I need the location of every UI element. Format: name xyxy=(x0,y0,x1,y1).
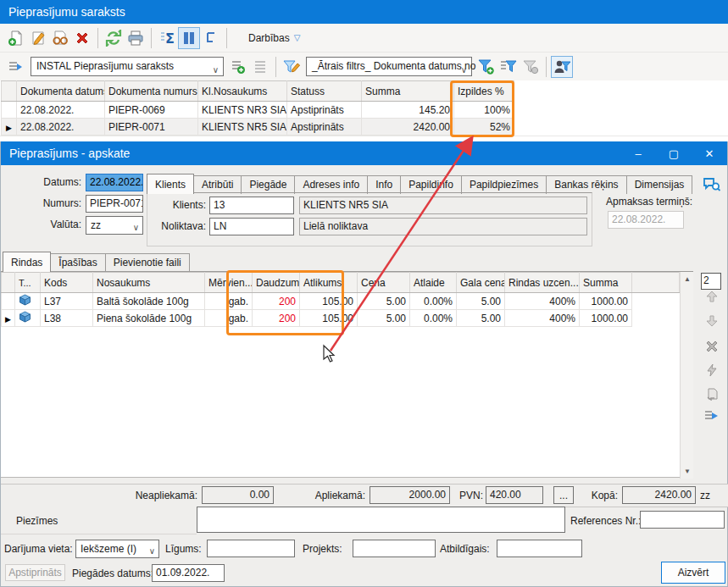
col-summa[interactable]: Summa xyxy=(362,81,454,102)
tab-rindas[interactable]: Rindas xyxy=(3,252,51,272)
neapliekama-field: 0.00 xyxy=(202,486,274,504)
filter-list-icon[interactable] xyxy=(497,56,520,78)
minimize-icon[interactable]: – xyxy=(620,141,656,165)
klients-name-field: KLIENTS NR5 SIA xyxy=(299,197,587,214)
ligums-label: Līgums: xyxy=(165,543,202,555)
tree-view-icon[interactable] xyxy=(200,27,222,49)
print-icon[interactable] xyxy=(125,27,147,49)
ligums-field[interactable] xyxy=(207,540,295,557)
references-field[interactable] xyxy=(640,511,725,529)
tab-adreses-info[interactable]: Adreses info xyxy=(294,175,368,194)
neapliekama-label: Neapliekamā: xyxy=(103,490,197,501)
quick-filter-select[interactable]: _Ātrais filtrs_ Dokumenta datums no ∨ xyxy=(306,57,472,76)
row-list-icon[interactable] xyxy=(703,407,721,425)
product-cube-icon xyxy=(15,293,41,310)
numurs-field[interactable]: PIEPR-0071 xyxy=(86,195,143,213)
col-nosaukums[interactable]: Nosaukums xyxy=(93,273,205,293)
scroll-up-icon[interactable]: ▲ xyxy=(681,272,694,286)
darijuma-vieta-select[interactable]: Iekšzeme (I) ∨ xyxy=(75,540,159,558)
col-cena[interactable]: Cena xyxy=(358,273,410,293)
tab-piegade[interactable]: Piegāde xyxy=(241,175,295,194)
toolbar-separator xyxy=(97,28,98,48)
col-mervien[interactable]: Mērvien... xyxy=(205,273,253,293)
actions-menu[interactable]: Darbības ▽ xyxy=(243,29,305,47)
list-view-select[interactable]: INSTAL Pieprasījumu saraksts ∨ xyxy=(31,57,224,76)
user-filter-icon[interactable] xyxy=(551,56,573,78)
toolbar-separator xyxy=(151,28,152,48)
list-window-titlebar: Pieprasījumu saraksts xyxy=(0,0,728,24)
edit-icon[interactable] xyxy=(27,27,49,49)
tab-info[interactable]: Info xyxy=(367,175,401,194)
projekts-field[interactable] xyxy=(353,540,436,557)
table-row[interactable]: 22.08.2022. PIEPR-0069 KLIENTS NR3 SIA A… xyxy=(2,102,514,119)
chevron-down-icon: ∨ xyxy=(213,61,219,79)
line-row[interactable]: L37 Baltā šokolāde 100g gab. 200 105.00 … xyxy=(2,293,680,310)
col-kl-nosaukums[interactable]: Kl.Nosaukums xyxy=(198,81,287,102)
close-button[interactable]: Aizvērt xyxy=(661,562,725,584)
datums-field[interactable]: 22.08.2022. xyxy=(86,174,143,191)
tab-dimensijas[interactable]: Dimensijas xyxy=(626,175,693,194)
tab-ipasibas[interactable]: Īpašības xyxy=(50,253,105,272)
klients-code-field[interactable]: 13 xyxy=(209,197,294,214)
col-t[interactable]: T... xyxy=(15,273,41,293)
move-down-icon[interactable] xyxy=(703,312,721,330)
maximize-icon[interactable]: ▢ xyxy=(656,141,692,165)
tab-papildpiezimes[interactable]: Papildpiezīmes xyxy=(461,175,547,194)
tab-papildinfo[interactable]: Papildinfo xyxy=(400,175,462,194)
list-columns-icon[interactable] xyxy=(249,56,271,78)
col-statuss[interactable]: Statuss xyxy=(287,81,362,102)
tab-bankas-rekins[interactable]: Bankas rēķins xyxy=(546,175,626,194)
vertical-scrollbar[interactable]: ▲ ▼ xyxy=(680,272,693,479)
lines-tabs: Rindas Īpašības Pievienotie faili xyxy=(3,252,189,272)
delete-row-icon[interactable] xyxy=(703,337,721,356)
sum-icon[interactable]: Σ xyxy=(156,27,178,49)
list-filterbar: INSTAL Pieprasījumu saraksts ∨ _Ātrais f… xyxy=(0,52,728,80)
line-row-current[interactable]: ▶ L38 Piena šokolāde 100g gab. 200 105.0… xyxy=(2,310,680,327)
close-icon[interactable]: ✕ xyxy=(692,141,727,165)
new-document-icon[interactable] xyxy=(5,27,27,49)
list-add-icon[interactable] xyxy=(227,56,249,78)
piegades-datums-label: Piegādes datums: xyxy=(72,568,153,579)
atbildigais-field[interactable] xyxy=(497,540,582,557)
quick-action-icon[interactable] xyxy=(703,361,721,379)
actions-menu-label: Darbības xyxy=(248,32,290,44)
col-dokumenta-datums[interactable]: Dokumenta datums xyxy=(17,81,105,102)
piegades-datums-field[interactable]: 01.09.2022. xyxy=(152,564,225,582)
col-izpildes[interactable]: Izpildes % xyxy=(454,81,514,102)
tab-atributi[interactable]: Atribūti xyxy=(193,175,242,194)
current-row-marker-icon: ▶ xyxy=(6,124,12,132)
col-kods[interactable]: Kods xyxy=(41,273,93,293)
chat-icon[interactable] xyxy=(701,174,723,196)
delete-icon[interactable] xyxy=(71,27,93,49)
piezimes-label: Piezīmes xyxy=(16,515,58,527)
piezimes-field[interactable] xyxy=(197,507,565,533)
col-rindas-uzcen[interactable]: Rindas uzcen... xyxy=(505,273,580,293)
copy-row-icon[interactable] xyxy=(703,385,721,403)
kopa-field: 2420.00 xyxy=(622,486,696,504)
col-summa[interactable]: Summa xyxy=(580,273,632,293)
col-daudzums[interactable]: Daudzums xyxy=(253,273,300,293)
col-atlikums[interactable]: Atlikums xyxy=(300,273,358,293)
tab-pievienotie-faili[interactable]: Pievienotie faili xyxy=(105,253,190,272)
pvn-more-button[interactable]: ... xyxy=(553,486,574,504)
filter-add-icon[interactable] xyxy=(475,56,497,78)
valuta-select[interactable]: zz ∨ xyxy=(86,216,143,235)
table-row-current[interactable]: ▶ 22.08.2022. PIEPR-0071 KLIENTS NR5 SIA… xyxy=(2,119,514,136)
move-up-icon[interactable] xyxy=(703,287,721,306)
filter-clear-icon[interactable] xyxy=(520,56,542,78)
col-gala-cena[interactable]: Gala cena xyxy=(457,273,505,293)
refresh-icon[interactable] xyxy=(103,27,125,49)
noliktava-code-field[interactable]: LN xyxy=(209,218,294,235)
tab-klients[interactable]: Klients xyxy=(147,174,194,194)
col-dokumenta-numurs[interactable]: Dokumenta numurs xyxy=(105,81,198,102)
kopa-currency: zz xyxy=(700,490,710,501)
columns-icon[interactable] xyxy=(178,27,200,49)
filter-edit-icon[interactable] xyxy=(281,56,303,78)
col-atlaide[interactable]: Atlaide xyxy=(410,273,457,293)
noliktava-label: Noliktava: xyxy=(147,220,206,232)
scroll-down-icon[interactable]: ▼ xyxy=(681,464,694,479)
view-icon[interactable] xyxy=(49,27,71,49)
current-row-marker-icon: ▶ xyxy=(5,315,11,324)
list-go-icon[interactable] xyxy=(5,56,27,78)
detail-window: Pieprasījums - apskate – ▢ ✕ Datums: 22.… xyxy=(0,141,728,587)
